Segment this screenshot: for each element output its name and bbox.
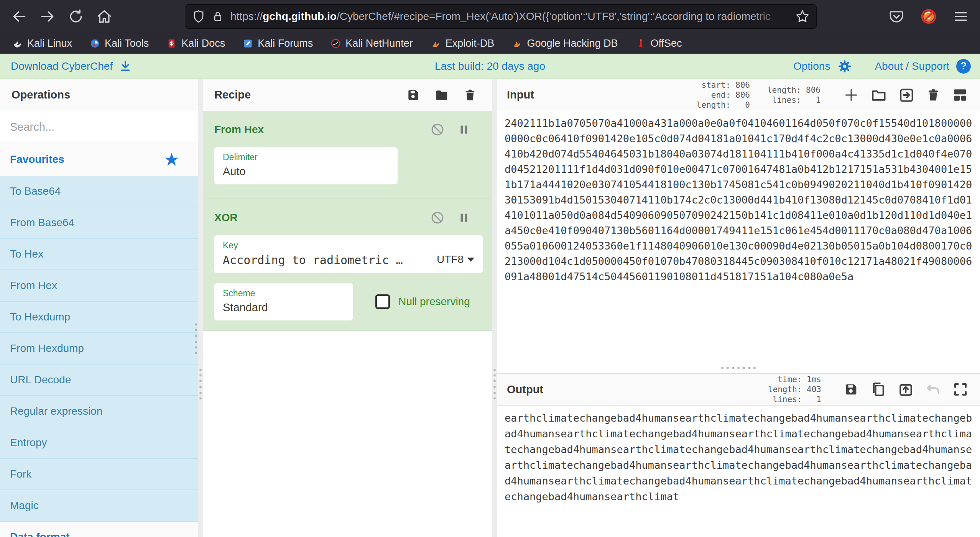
- favourites-star-icon[interactable]: ★: [164, 151, 179, 168]
- gear-icon[interactable]: [837, 59, 852, 74]
- operation-item[interactable]: Regular expression: [0, 396, 198, 427]
- tracking-shield-icon[interactable]: [191, 9, 206, 24]
- menu-hamburger-icon[interactable]: [952, 7, 970, 26]
- bookmark-google-hacking-db[interactable]: Google Hacking DB: [512, 38, 618, 49]
- operations-search-input[interactable]: Search...: [0, 111, 198, 143]
- move-output-to-input-icon[interactable]: [897, 381, 914, 398]
- copy-output-icon[interactable]: [870, 381, 886, 398]
- splitter-handle-icon: [199, 369, 201, 399]
- operation-item[interactable]: From Hex: [0, 270, 198, 302]
- output-line: d4humansearthclimatechangebad4humanseart…: [505, 473, 980, 489]
- clear-recipe-trash-icon[interactable]: [463, 88, 477, 102]
- offsec-icon: [636, 38, 646, 49]
- null-preserving-checkbox[interactable]: [375, 294, 390, 309]
- output-area[interactable]: earthclimatechangebad4humansearthclimate…: [497, 406, 980, 537]
- add-input-tab-icon[interactable]: [843, 87, 860, 103]
- bookmark-exploit-db[interactable]: Exploit-DB: [431, 38, 495, 49]
- category-data-format[interactable]: Data format: [0, 522, 198, 537]
- open-file-folder-icon[interactable]: [870, 87, 887, 103]
- operation-item[interactable]: To Hex: [0, 239, 198, 270]
- chevron-down-icon: [467, 258, 474, 262]
- bookmark-kali-forums[interactable]: Kali Forums: [243, 38, 313, 49]
- save-recipe-icon[interactable]: [406, 88, 421, 102]
- scheme-value[interactable]: Standard: [223, 301, 345, 314]
- bookmark-label: Exploit-DB: [446, 38, 495, 49]
- favourites-category[interactable]: Favourites ★: [0, 143, 198, 176]
- operation-item[interactable]: Fork: [0, 459, 198, 490]
- reload-icon[interactable]: [67, 7, 85, 26]
- cyberchef-banner: Download CyberChef Last build: 20 days a…: [0, 54, 980, 79]
- recipe-header: Recipe: [203, 79, 492, 111]
- help-icon[interactable]: ?: [956, 59, 971, 74]
- input-line: 213000d104c1d050000450f01070b47080318445…: [505, 254, 980, 269]
- undo-icon: [925, 381, 942, 398]
- delimiter-value[interactable]: Auto: [223, 165, 389, 178]
- disable-op-icon[interactable]: [430, 210, 445, 225]
- null-preserving-label: Null preserving: [398, 296, 470, 308]
- recipe-op-from-hex[interactable]: From Hex Delimiter Auto: [203, 111, 492, 199]
- maximize-output-icon[interactable]: [952, 381, 968, 397]
- options-link[interactable]: Options: [793, 60, 830, 72]
- input-line: 0000c0c06410f0901420e105c0d074d04181a010…: [505, 131, 980, 146]
- key-value[interactable]: According to radiometric …: [223, 253, 437, 267]
- delimiter-label: Delimiter: [223, 152, 389, 163]
- recipe-io-splitter[interactable]: [492, 79, 497, 537]
- forward-icon[interactable]: [38, 7, 57, 26]
- input-line: 4101011a050d0a084d540906090507090242150b…: [505, 208, 980, 223]
- operations-panel: Operations Search... Favourites ★ To Bas…: [0, 79, 198, 537]
- bookmark-star-icon[interactable]: [795, 9, 810, 24]
- input-split-view-icon[interactable]: [952, 87, 968, 103]
- output-stats: time: 1ms length: 403 lines: 1: [768, 374, 821, 404]
- bookmark-kali-tools[interactable]: Kali Tools: [90, 38, 149, 49]
- lock-icon[interactable]: [211, 10, 224, 23]
- xor-scheme-field[interactable]: Scheme Standard: [214, 283, 353, 320]
- input-line: 2402111b1a0705070a41000a431a000a0e0a0f04…: [505, 116, 980, 131]
- operation-item[interactable]: From Base64: [0, 207, 198, 239]
- extension-disabled-icon[interactable]: [919, 7, 938, 26]
- kali-nethunter-icon: [331, 38, 341, 49]
- delimiter-field[interactable]: Delimiter Auto: [214, 147, 398, 184]
- download-cyberchef-link[interactable]: Download CyberChef: [11, 60, 132, 73]
- open-input-icon[interactable]: [898, 87, 915, 103]
- bookmark-kali-docs[interactable]: Kali Docs: [166, 38, 225, 49]
- input-textarea[interactable]: 2402111b1a0705070a41000a431a000a0e0a0f04…: [497, 111, 980, 364]
- bookmark-offsec[interactable]: OffSec: [636, 38, 682, 49]
- save-output-icon[interactable]: [844, 382, 859, 397]
- google-hacking-db-icon: [512, 38, 522, 49]
- clear-input-trash-icon[interactable]: [926, 87, 941, 103]
- scheme-label: Scheme: [223, 288, 345, 299]
- operation-item[interactable]: To Hexdump: [0, 302, 198, 333]
- recipe-op-xor[interactable]: XOR Key According to radiometric … UTF8: [203, 199, 492, 331]
- null-preserving-option[interactable]: Null preserving: [375, 294, 470, 309]
- key-label: Key: [223, 240, 437, 251]
- operations-recipe-splitter[interactable]: [198, 79, 203, 537]
- operation-item[interactable]: From Hexdump: [0, 333, 198, 365]
- breakpoint-pause-icon[interactable]: [457, 211, 470, 224]
- pocket-icon[interactable]: [887, 7, 906, 26]
- breakpoint-pause-icon[interactable]: [457, 123, 470, 136]
- home-icon[interactable]: [95, 7, 113, 26]
- url-text: https://gchq.github.io/CyberChef/#recipe…: [230, 10, 790, 23]
- operation-item[interactable]: Magic: [0, 490, 198, 522]
- input-line: 091a48001d47514c50445601190108011d451817…: [505, 269, 980, 284]
- back-icon[interactable]: [10, 7, 28, 26]
- operations-scrollbar-handle[interactable]: [195, 324, 197, 354]
- xor-key-field[interactable]: Key According to radiometric … UTF8: [214, 235, 483, 273]
- io-resize-divider[interactable]: [497, 364, 980, 373]
- recipe-panel: Recipe From Hex: [203, 79, 492, 537]
- operation-item[interactable]: URL Decode: [0, 365, 198, 396]
- bookmark-kali-linux[interactable]: Kali Linux: [12, 38, 72, 49]
- load-recipe-folder-icon[interactable]: [434, 88, 449, 102]
- bookmark-kali-nethunter[interactable]: Kali NetHunter: [331, 38, 413, 49]
- bookmark-label: Kali Linux: [27, 38, 72, 49]
- output-line: earthclimatechangebad4humansearthclimate…: [505, 410, 980, 426]
- disable-op-icon[interactable]: [430, 122, 445, 137]
- io-panel: Input start: 806 end: 806 length: 0 leng…: [497, 79, 980, 537]
- url-bar[interactable]: https://gchq.github.io/CyberChef/#recipe…: [185, 4, 817, 29]
- operation-item[interactable]: Entropy: [0, 427, 198, 459]
- key-type-dropdown[interactable]: UTF8: [437, 253, 474, 266]
- input-header: Input start: 806 end: 806 length: 0 leng…: [497, 79, 980, 111]
- kali-docs-icon: [166, 38, 177, 49]
- about-support-link[interactable]: About / Support: [875, 60, 949, 72]
- operation-item[interactable]: To Base64: [0, 176, 198, 207]
